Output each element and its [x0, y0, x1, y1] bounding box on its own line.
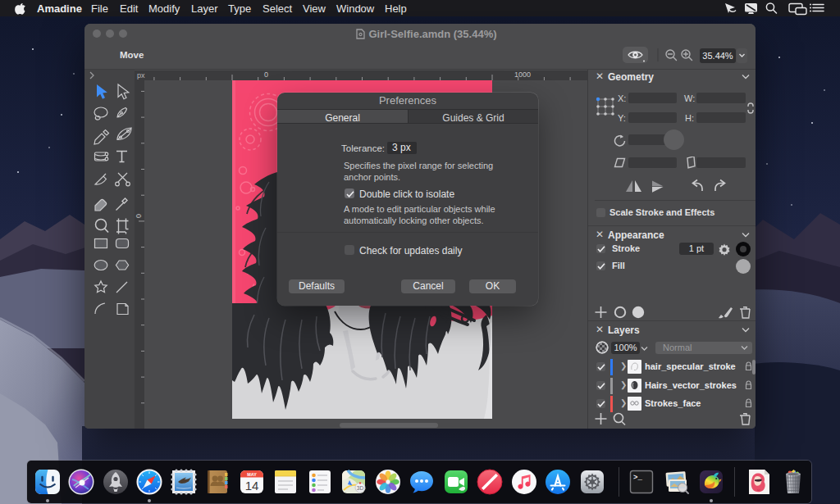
svg-text:MAY: MAY — [247, 472, 257, 477]
svg-text:0: 0 — [135, 214, 143, 218]
svg-text:0: 0 — [264, 70, 268, 79]
svg-text:3D: 3D — [357, 485, 364, 491]
svg-text:35.44%: 35.44% — [702, 51, 733, 61]
svg-text:>_: >_ — [633, 474, 642, 482]
svg-text:14: 14 — [244, 479, 258, 493]
svg-text:px: px — [137, 71, 145, 79]
svg-text:1000: 1000 — [514, 70, 531, 79]
